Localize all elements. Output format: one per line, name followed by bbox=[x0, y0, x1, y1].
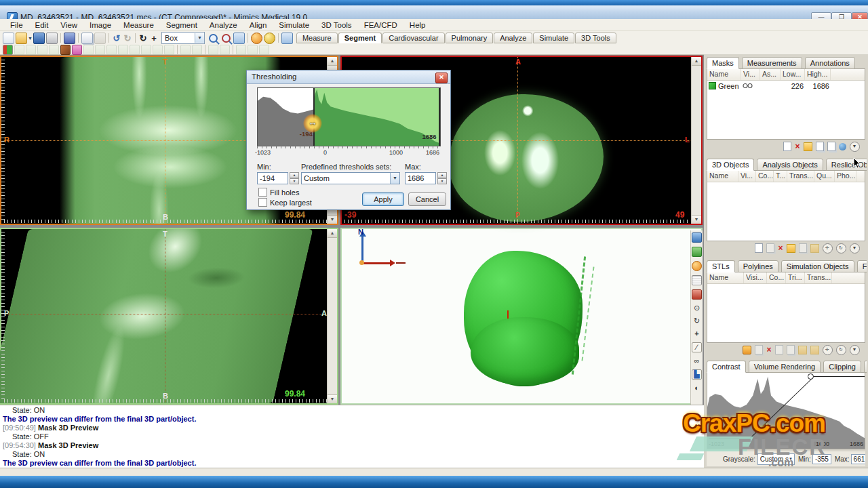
fill-holes-option[interactable]: Fill holes bbox=[258, 188, 299, 197]
wrap-icon[interactable] bbox=[153, 45, 163, 55]
tab-volume-rendering[interactable]: Volume Rendering bbox=[749, 361, 821, 373]
menu-segment[interactable]: Segment bbox=[160, 20, 203, 30]
dialog-close-icon[interactable]: ✕ bbox=[435, 73, 448, 83]
edit-mask-icon[interactable] bbox=[72, 45, 82, 55]
contrast-icon[interactable]: ◐ bbox=[692, 384, 701, 392]
col-name[interactable]: Name bbox=[707, 272, 744, 283]
spin-down-icon[interactable]: ▼ bbox=[290, 178, 299, 184]
contrast-curve-handle[interactable] bbox=[808, 373, 814, 380]
visible-glasses-icon[interactable] bbox=[743, 82, 762, 90]
new-project-icon[interactable] bbox=[3, 33, 14, 44]
menu-simulate[interactable]: Simulate bbox=[273, 20, 315, 30]
morphology-icon[interactable] bbox=[37, 45, 47, 55]
export-stl-icon[interactable] bbox=[798, 346, 807, 354]
contrast-ball-icon[interactable] bbox=[251, 33, 262, 44]
menu-file[interactable]: File bbox=[4, 20, 29, 30]
spin-down-icon[interactable]: ▼ bbox=[437, 178, 447, 184]
col-quality[interactable]: Qu... bbox=[814, 171, 835, 182]
spin-up-icon[interactable]: ▲ bbox=[437, 172, 447, 178]
cursor-tool-icon[interactable] bbox=[264, 33, 275, 44]
mask-3d-preview-icon[interactable] bbox=[692, 247, 702, 257]
tab-simulate[interactable]: Simulate bbox=[533, 33, 574, 43]
col-name[interactable]: Name bbox=[707, 69, 741, 80]
print-icon[interactable] bbox=[46, 33, 58, 44]
menu-edit[interactable]: Edit bbox=[29, 20, 55, 30]
col-visible[interactable]: Vi... bbox=[738, 171, 756, 182]
zoom-box-icon[interactable] bbox=[233, 33, 245, 44]
tab-cardiovascular[interactable]: Cardiovascular bbox=[382, 33, 444, 43]
col-transparency[interactable]: Trans... bbox=[805, 272, 832, 283]
copy-object-icon[interactable] bbox=[799, 243, 807, 253]
delete-mask-icon[interactable]: × bbox=[795, 142, 800, 150]
stl-info-icon[interactable] bbox=[775, 345, 783, 354]
lasso-icon[interactable] bbox=[106, 45, 117, 55]
stls-table[interactable]: Name Visi... Co... Tri... Trans... bbox=[707, 272, 865, 343]
pan-3d-icon[interactable]: + bbox=[692, 329, 701, 338]
livewire-icon[interactable] bbox=[118, 45, 128, 55]
col-transparency[interactable]: Trans... bbox=[787, 171, 814, 182]
redo-icon[interactable]: ↻ bbox=[123, 33, 132, 43]
paste-icon[interactable] bbox=[94, 33, 106, 44]
col-color[interactable]: Co... bbox=[756, 171, 774, 182]
keep-largest-option[interactable]: Keep largest bbox=[258, 198, 312, 207]
delete-stl-icon[interactable]: × bbox=[766, 346, 771, 354]
scroll-down-icon[interactable]: ▼ bbox=[328, 394, 337, 403]
tab-simulation-objects[interactable]: Simulation Objects bbox=[781, 260, 854, 272]
save-icon[interactable] bbox=[33, 33, 45, 44]
multiple-slice-edit-icon[interactable] bbox=[83, 45, 94, 55]
reframe-icon[interactable]: ✛ bbox=[823, 243, 833, 253]
reframe-icon[interactable]: ✛ bbox=[823, 345, 833, 355]
object-properties-icon[interactable] bbox=[787, 244, 795, 253]
menu-fea-cfd[interactable]: FEA/CFD bbox=[358, 20, 403, 30]
tab-masks[interactable]: Masks bbox=[707, 57, 739, 69]
min-spinner[interactable]: ▲▼ bbox=[290, 172, 299, 184]
max-threshold-handle[interactable] bbox=[439, 88, 440, 146]
rotate-3d-icon[interactable]: ↻ bbox=[692, 317, 701, 325]
tab-3d-tools[interactable]: 3D Tools bbox=[575, 33, 616, 43]
predefined-dropdown[interactable]: Custom ▼ bbox=[301, 172, 400, 184]
scroll-up-icon[interactable]: ▲ bbox=[328, 57, 337, 66]
measure-angle-icon[interactable] bbox=[130, 45, 140, 55]
dialog-title-bar[interactable]: Thresholding ✕ bbox=[247, 70, 450, 84]
boolean-operations-icon[interactable] bbox=[49, 45, 59, 55]
scene-views-icon[interactable] bbox=[692, 232, 702, 243]
unzoom-icon[interactable] bbox=[222, 34, 231, 43]
col-name[interactable]: Name bbox=[707, 171, 738, 182]
menu-image[interactable]: Image bbox=[83, 20, 117, 30]
max-threshold-field[interactable]: 1686 bbox=[405, 172, 436, 184]
polyline-icon[interactable] bbox=[192, 45, 202, 55]
edit-contour-icon[interactable] bbox=[236, 45, 246, 55]
copy-icon[interactable] bbox=[81, 33, 93, 44]
tab-measurements[interactable]: Measurements bbox=[742, 57, 802, 69]
menu-measure[interactable]: Measure bbox=[117, 20, 160, 30]
pan-icon[interactable]: + bbox=[149, 33, 159, 43]
local-threshold-icon[interactable] bbox=[220, 45, 230, 55]
rotate-stl-icon[interactable]: ↻ bbox=[836, 345, 846, 355]
tab-annotations[interactable]: Annotations bbox=[805, 57, 855, 69]
scroll-down-icon[interactable]: ▼ bbox=[328, 215, 337, 224]
masks-table[interactable]: Name Vi... As... Low... High... Green 22… bbox=[707, 68, 865, 140]
col-color[interactable]: Co... bbox=[767, 272, 786, 283]
thresholding-icon[interactable] bbox=[3, 45, 13, 55]
thresholding-dialog[interactable]: Thresholding ✕ -194 1686 -1023 0 1000 16… bbox=[246, 70, 451, 210]
tab-3d-objects[interactable]: 3D Objects bbox=[707, 159, 754, 171]
menu-help[interactable]: Help bbox=[403, 20, 432, 30]
tab-polylines[interactable]: Polylines bbox=[738, 260, 778, 272]
col-lower[interactable]: Low... bbox=[781, 69, 805, 80]
mask-row[interactable]: Green 226 1686 bbox=[707, 81, 865, 91]
zoom-mode-dropdown[interactable]: Box ▼ bbox=[161, 32, 205, 44]
threshold-histogram[interactable]: -194 1686 bbox=[257, 87, 441, 146]
tab-snapping[interactable]: Snapping bbox=[864, 361, 867, 373]
smart-fill-icon[interactable] bbox=[95, 45, 105, 55]
zoom-in-icon[interactable] bbox=[209, 34, 218, 43]
export-object-icon[interactable] bbox=[810, 244, 819, 253]
tab-contrast[interactable]: Contrast bbox=[707, 361, 746, 373]
apply-button[interactable]: Apply bbox=[362, 192, 404, 206]
col-t[interactable]: T... bbox=[774, 171, 787, 182]
load-stl-icon[interactable] bbox=[743, 346, 751, 354]
crop-mask-icon[interactable] bbox=[164, 45, 174, 55]
tab-analyze[interactable]: Analyze bbox=[494, 33, 532, 43]
fill-holes-checkbox[interactable] bbox=[258, 188, 267, 197]
duplicate-object-icon[interactable] bbox=[766, 243, 774, 253]
delete-object-icon[interactable]: × bbox=[778, 244, 783, 252]
